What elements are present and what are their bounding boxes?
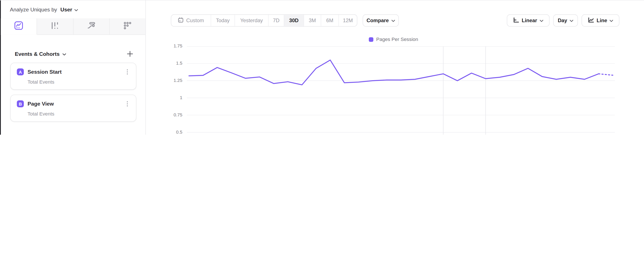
add-event-button[interactable] bbox=[126, 50, 133, 57]
chevron-down-icon bbox=[570, 18, 574, 23]
y-tick-label: 0.75 bbox=[166, 112, 182, 117]
scale-label: Linear bbox=[522, 18, 537, 23]
range-custom[interactable]: Custom bbox=[171, 15, 211, 26]
tab-funnels[interactable] bbox=[37, 18, 74, 34]
y-tick-label: 0.5 bbox=[166, 129, 182, 134]
funnels-bars-icon bbox=[51, 22, 59, 31]
calendar-icon bbox=[178, 17, 184, 24]
range-label: Today bbox=[216, 18, 230, 23]
insights-line-chart-icon bbox=[14, 21, 23, 32]
flows-icon bbox=[87, 22, 96, 31]
insights-report-page: Analyze Uniques by User bbox=[0, 0, 644, 135]
retention-grid-icon bbox=[124, 22, 131, 31]
y-tick-label: 1.5 bbox=[166, 61, 182, 66]
event-aggregation[interactable]: Total Events bbox=[10, 75, 136, 85]
event-letter-badge: A bbox=[17, 68, 24, 75]
chevron-down-icon[interactable] bbox=[62, 51, 66, 57]
line-chart-icon bbox=[588, 17, 594, 24]
chart-legend-item[interactable]: Pages Per Session bbox=[369, 36, 418, 42]
compare-label: Compare bbox=[366, 18, 389, 23]
legend-label: Pages Per Session bbox=[376, 36, 418, 42]
pages-per-session-series bbox=[187, 46, 615, 135]
legend-swatch bbox=[369, 37, 374, 42]
range-yesterday[interactable]: Yesterday bbox=[235, 15, 269, 26]
scale-selector-button[interactable]: Linear bbox=[507, 14, 550, 27]
chart-type-selector-button[interactable]: Line bbox=[582, 14, 620, 27]
formulas-header: Formulas bbox=[15, 133, 133, 135]
range-today[interactable]: Today bbox=[211, 15, 235, 26]
tab-insights[interactable] bbox=[1, 18, 37, 35]
range-label: Yesterday bbox=[240, 18, 263, 23]
analyze-bar: Analyze Uniques by User bbox=[1, 0, 145, 19]
event-aggregation[interactable]: Total Events bbox=[10, 107, 136, 117]
chevron-down-icon bbox=[391, 18, 395, 23]
range-30d[interactable]: 30D bbox=[284, 15, 304, 26]
range-6m[interactable]: 6M bbox=[321, 15, 339, 26]
y-tick-label: 1.75 bbox=[166, 43, 182, 48]
chart-type-label: Line bbox=[597, 18, 607, 23]
tab-flows[interactable] bbox=[73, 18, 110, 34]
date-range-segmented-control: CustomTodayYesterday7D30D3M6M12M bbox=[171, 14, 357, 27]
event-card-page-view[interactable]: B Page View Total Events bbox=[10, 95, 136, 122]
range-label: 7D bbox=[273, 18, 280, 23]
interval-label: Day bbox=[558, 18, 567, 23]
chevron-down-icon bbox=[74, 6, 78, 12]
date-range-toolbar: CustomTodayYesterday7D30D3M6M12M Compare bbox=[171, 14, 399, 27]
compare-button[interactable]: Compare bbox=[362, 14, 399, 27]
kebab-menu-icon[interactable] bbox=[124, 69, 130, 75]
range-label: 6M bbox=[326, 18, 334, 23]
y-tick-label: 1.25 bbox=[166, 78, 182, 83]
range-label: 3M bbox=[309, 18, 316, 23]
range-7d[interactable]: 7D bbox=[269, 15, 284, 26]
analyze-label: Analyze Uniques by bbox=[10, 6, 57, 12]
event-letter-badge: B bbox=[17, 100, 24, 107]
events-cohorts-header: Events & Cohorts bbox=[15, 49, 133, 59]
chevron-down-icon bbox=[540, 18, 543, 23]
chart-options-toolbar: Linear Day Line bbox=[507, 14, 620, 27]
kebab-menu-icon[interactable] bbox=[124, 100, 130, 107]
range-label: Custom bbox=[186, 18, 204, 23]
range-3m[interactable]: 3M bbox=[304, 15, 321, 26]
event-title: Page View bbox=[28, 101, 121, 107]
tab-retention[interactable] bbox=[110, 18, 145, 34]
chevron-down-icon bbox=[610, 18, 613, 23]
event-title: Session Start bbox=[28, 69, 121, 75]
y-tick-label: 1 bbox=[166, 95, 182, 100]
query-builder-sidebar: Analyze Uniques by User bbox=[0, 0, 146, 135]
range-label: 30D bbox=[289, 18, 299, 23]
range-12m[interactable]: 12M bbox=[339, 15, 357, 26]
analyze-by-value: User bbox=[60, 6, 72, 12]
events-cohorts-title: Events & Cohorts bbox=[15, 51, 60, 57]
linear-scale-icon bbox=[513, 17, 520, 24]
interval-selector-button[interactable]: Day bbox=[553, 14, 578, 27]
line-chart-plot bbox=[187, 46, 615, 135]
analyze-by-dropdown[interactable]: User bbox=[60, 6, 78, 12]
event-card-session-start[interactable]: A Session Start Total Events bbox=[10, 63, 136, 90]
range-label: 12M bbox=[343, 18, 353, 23]
report-type-tabs bbox=[1, 18, 145, 35]
